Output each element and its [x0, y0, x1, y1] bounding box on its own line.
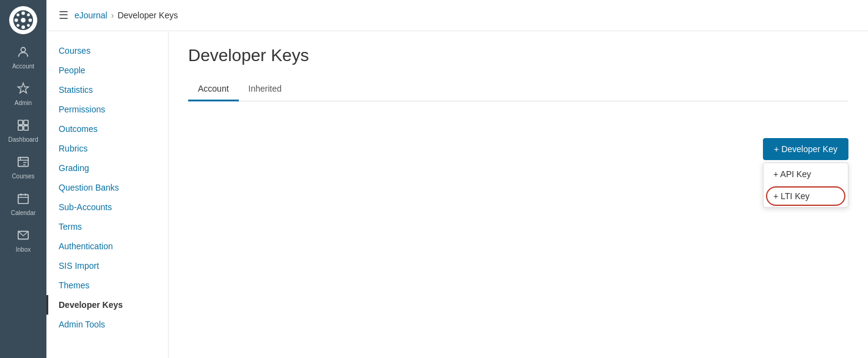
- nav-calendar-label: Calendar: [11, 210, 36, 216]
- nav-item-courses[interactable]: Courses: [0, 149, 46, 186]
- svg-point-9: [27, 24, 30, 27]
- breadcrumb-current: Developer Keys: [117, 10, 178, 20]
- nav-item-account[interactable]: Account: [0, 39, 46, 76]
- svg-point-2: [21, 12, 25, 15]
- calendar-icon: [16, 192, 30, 207]
- svg-rect-12: [24, 120, 28, 125]
- hamburger-icon[interactable]: ☰: [59, 9, 68, 22]
- sidebar: Courses People Statistics Permissions Ou…: [46, 31, 169, 358]
- svg-point-4: [15, 18, 18, 22]
- dropdown-menu: + API Key + LTI Key: [763, 163, 848, 208]
- svg-point-5: [29, 18, 32, 22]
- dashboard-icon: [16, 119, 30, 134]
- svg-rect-13: [18, 126, 23, 130]
- svg-rect-20: [18, 195, 29, 204]
- sidebar-item-sis-import[interactable]: SIS Import: [46, 256, 168, 276]
- sidebar-item-permissions[interactable]: Permissions: [46, 100, 168, 119]
- admin-icon: [16, 82, 30, 97]
- lti-key-label: + LTI Key: [773, 191, 809, 201]
- breadcrumb-separator: ›: [111, 10, 114, 20]
- svg-point-1: [21, 18, 26, 23]
- tab-account[interactable]: Account: [188, 78, 239, 101]
- sidebar-item-developer-keys[interactable]: Developer Keys: [46, 295, 168, 315]
- nav-admin-label: Admin: [15, 100, 32, 106]
- main-area: ☰ eJournal › Developer Keys Courses Peop…: [46, 0, 868, 358]
- sidebar-item-statistics[interactable]: Statistics: [46, 80, 168, 100]
- sidebar-item-outcomes[interactable]: Outcomes: [46, 119, 168, 139]
- breadcrumb: eJournal › Developer Keys: [75, 10, 178, 20]
- top-header: ☰ eJournal › Developer Keys: [46, 0, 868, 31]
- tabs-container: Account Inherited: [188, 78, 848, 101]
- svg-rect-11: [18, 120, 23, 125]
- nav-logo[interactable]: [9, 6, 37, 34]
- nav-courses-label: Courses: [12, 173, 34, 180]
- svg-point-3: [21, 26, 25, 29]
- breadcrumb-ejournal-link[interactable]: eJournal: [75, 10, 108, 20]
- dropdown-item-api-key[interactable]: + API Key: [764, 163, 848, 185]
- sidebar-item-rubrics[interactable]: Rubrics: [46, 139, 168, 158]
- inbox-icon: [16, 228, 30, 244]
- main-content: Developer Keys Account Inherited + Devel…: [169, 31, 868, 358]
- content-area: Courses People Statistics Permissions Ou…: [46, 31, 868, 358]
- svg-point-10: [21, 48, 25, 52]
- sidebar-item-people[interactable]: People: [46, 60, 168, 80]
- tab-inherited[interactable]: Inherited: [239, 78, 291, 101]
- svg-point-6: [16, 13, 20, 16]
- page-title: Developer Keys: [188, 46, 848, 65]
- developer-key-button[interactable]: + Developer Key: [763, 138, 848, 160]
- sidebar-item-themes[interactable]: Themes: [46, 276, 168, 295]
- nav-item-dashboard[interactable]: Dashboard: [0, 112, 46, 149]
- svg-point-8: [16, 24, 20, 27]
- nav-item-admin[interactable]: Admin: [0, 76, 46, 112]
- global-nav: Account Admin Dashboard: [0, 0, 46, 358]
- nav-dashboard-label: Dashboard: [9, 136, 38, 143]
- sidebar-item-question-banks[interactable]: Question Banks: [46, 178, 168, 197]
- nav-item-calendar[interactable]: Calendar: [0, 186, 46, 222]
- nav-account-label: Account: [12, 63, 34, 70]
- sidebar-item-admin-tools[interactable]: Admin Tools: [46, 315, 168, 334]
- svg-point-7: [27, 13, 30, 16]
- svg-rect-14: [24, 126, 28, 130]
- nav-inbox-label: Inbox: [16, 246, 31, 253]
- sidebar-item-courses[interactable]: Courses: [46, 41, 168, 60]
- account-icon: [16, 45, 30, 60]
- sidebar-item-sub-accounts[interactable]: Sub-Accounts: [46, 197, 168, 217]
- dropdown-item-lti-key[interactable]: + LTI Key: [764, 185, 848, 207]
- sidebar-item-authentication[interactable]: Authentication: [46, 236, 168, 256]
- courses-icon: [16, 155, 30, 170]
- nav-item-inbox[interactable]: Inbox: [0, 222, 46, 259]
- sidebar-item-terms[interactable]: Terms: [46, 217, 168, 236]
- sidebar-item-grading[interactable]: Grading: [46, 158, 168, 178]
